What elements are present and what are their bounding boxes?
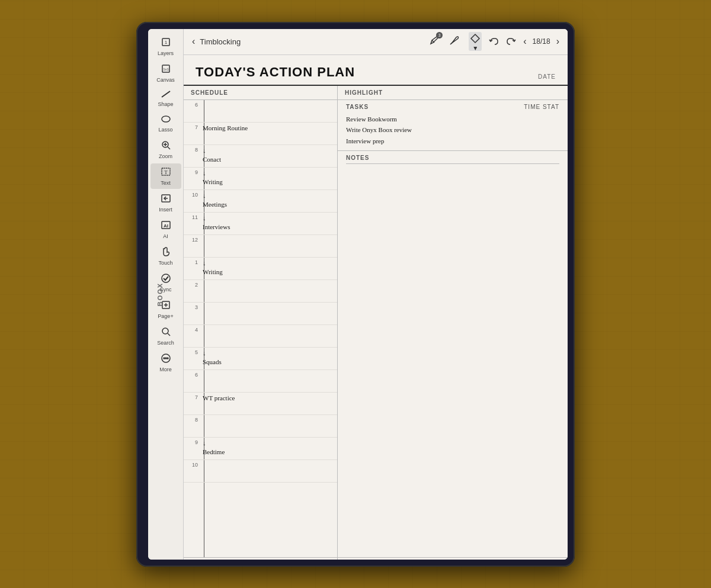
tool-layers[interactable]: 1 Layers: [150, 34, 181, 59]
svg-point-5: [162, 116, 170, 122]
svg-text:T: T: [164, 169, 168, 175]
tool-sync[interactable]: Sync: [150, 270, 181, 295]
marker-icon: [449, 34, 460, 46]
more-label: More: [159, 367, 172, 372]
time-row-10: 10 ↓Meetings: [184, 190, 337, 213]
insert-icon: [161, 193, 171, 205]
time-content-8: ↓Conact: [200, 145, 337, 166]
document: TODAY'S ACTION PLAN DATE SCHEDULE 6: [184, 55, 568, 560]
time-content-6b: [200, 370, 337, 372]
redo-icon[interactable]: [505, 36, 517, 47]
notes-section: NOTES: [338, 151, 568, 557]
search-label: Search: [157, 340, 174, 346]
time-row-9: 9 ↓Writing: [184, 168, 337, 190]
text-label: Text: [161, 180, 171, 186]
time-row-12: 12: [184, 235, 337, 258]
time-row-8: 8 ↓Conact: [184, 145, 337, 168]
time-content-12: [200, 235, 337, 237]
time-content-8b: [200, 415, 337, 417]
time-content-1: ↓Writing: [200, 258, 337, 278]
top-nav: ‹ Timblocking 3: [184, 29, 568, 55]
next-page-button[interactable]: ›: [556, 36, 559, 47]
time-2: 2: [184, 280, 200, 288]
page-indicator: 18/18: [533, 37, 550, 46]
time-11: 11: [184, 213, 200, 220]
tool-insert[interactable]: Insert: [150, 190, 181, 216]
marker-tool[interactable]: [449, 34, 460, 49]
nav-title: Timblocking: [200, 37, 424, 46]
time-6b: 6: [184, 370, 200, 378]
eraser-tool[interactable]: [469, 32, 482, 51]
time-content-6: [200, 100, 337, 102]
lasso-icon: [161, 114, 171, 126]
zoom-icon: [161, 140, 171, 152]
svg-text:AI: AI: [164, 223, 168, 229]
doc-body: SCHEDULE 6 7 Morning Routine: [184, 86, 568, 557]
task-2: Write Onyx Boox review: [346, 124, 559, 136]
time-stat-label: TIME STAT: [524, 104, 559, 110]
schedule-column: SCHEDULE 6 7 Morning Routine: [184, 86, 338, 557]
shape-label: Shape: [158, 101, 173, 107]
layers-icon: 1: [161, 37, 171, 49]
tool-lasso[interactable]: Lasso: [150, 111, 181, 136]
time-8b: 8: [184, 415, 200, 423]
time-content-10: ↓Meetings: [200, 190, 337, 211]
time-content-3: [200, 303, 337, 305]
tool-search[interactable]: Search: [150, 323, 181, 349]
svg-text:1: 1: [164, 40, 167, 45]
eraser-indicator: [473, 47, 477, 50]
time-row-3: 3: [184, 303, 337, 325]
more-icon: [161, 353, 171, 365]
touch-label: Touch: [158, 260, 172, 266]
ai-label: AI: [163, 233, 168, 239]
tool-page-plus[interactable]: Page+: [150, 297, 181, 322]
time-4: 4: [184, 325, 200, 333]
wins-section: WINS/GRATITUDE: [184, 558, 338, 560]
tasks-label: TASKS: [346, 104, 369, 110]
tool-shape[interactable]: Shape: [150, 87, 181, 110]
tool-canvas[interactable]: 1x1 Canvas: [150, 60, 181, 86]
time-content-4: [200, 325, 337, 327]
task-1: Review Bookworm: [346, 114, 559, 125]
search-icon: [161, 326, 171, 339]
doc-bottom: WINS/GRATITUDE WHAT WOULD MAKE TODAY AWE…: [184, 557, 568, 560]
zoom-label: Zoom: [159, 153, 172, 159]
pen-tool[interactable]: 3: [428, 34, 440, 49]
undo-icon[interactable]: [488, 36, 499, 47]
notes-label: NOTES: [346, 155, 559, 164]
time-6: 6: [184, 100, 200, 108]
lasso-label: Lasso: [158, 127, 172, 133]
back-button[interactable]: ‹: [192, 36, 195, 47]
svg-point-24: [165, 358, 166, 359]
tasks-section: TASKS TIME STAT Review Bookworm Write On…: [338, 100, 568, 151]
tool-text[interactable]: T Text: [150, 163, 181, 189]
time-content-2: [200, 280, 337, 282]
svg-point-25: [167, 358, 168, 359]
tool-ai[interactable]: AI AI: [150, 217, 181, 242]
svg-line-7: [168, 147, 170, 149]
svg-point-16: [162, 274, 170, 282]
time-10b: 10: [184, 460, 200, 468]
brand-label: BOOX: [156, 282, 164, 306]
tool-more[interactable]: More: [150, 350, 181, 375]
time-row-2: 2: [184, 280, 337, 303]
time-row-6: 6: [184, 100, 337, 123]
time-7b: 7: [184, 393, 200, 400]
time-9b: 9: [184, 438, 200, 445]
time-7: 7: [184, 123, 200, 130]
doc-title: TODAY'S ACTION PLAN: [196, 65, 355, 80]
prev-page-button[interactable]: ‹: [523, 36, 526, 47]
layers-label: Layers: [158, 50, 174, 56]
time-row-9b: 9 ↓Bedtime: [184, 438, 337, 460]
time-content-11: ↓Interviews: [200, 213, 337, 233]
eraser-icon: [469, 33, 481, 44]
tasks-header-row: TASKS TIME STAT: [346, 104, 559, 110]
awesome-section: WHAT WOULD MAKE TODAY AWESOME?: [338, 558, 568, 560]
time-content-7: Morning Routine: [200, 123, 337, 134]
time-row-6b: 6: [184, 370, 337, 393]
schedule-grid: 6 7 Morning Routine 8 ↓Conact: [184, 100, 337, 557]
tool-touch[interactable]: Touch: [150, 243, 181, 269]
time-9: 9: [184, 168, 200, 175]
tool-zoom[interactable]: Zoom: [150, 137, 181, 162]
highlight-column: HIGHLIGHT TASKS TIME STAT Review Bookwor…: [338, 86, 568, 557]
